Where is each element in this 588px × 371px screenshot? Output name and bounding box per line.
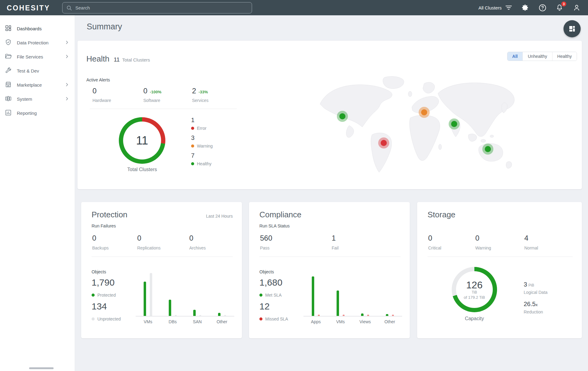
legend-item-warning: 3 Warning (191, 134, 213, 148)
met-sla-bar (337, 290, 339, 316)
x-label-dbs: DBs (163, 319, 183, 324)
alert-value: 2 (192, 87, 196, 95)
protection-card-title: Protection (92, 210, 127, 219)
cluster-selector[interactable]: All Clusters (478, 5, 512, 10)
storefront-icon (5, 81, 12, 89)
x-label-vms: VMs (331, 319, 350, 324)
missed-sla-bar (343, 315, 345, 316)
stat-value: 4 (524, 234, 538, 242)
stat-label: Replications (137, 245, 160, 250)
filter-tab-unhealthy[interactable]: Unhealthy (522, 52, 552, 61)
capacity-donut-caption: Capacity (452, 316, 497, 321)
sidebar-item-label: Dashboards (17, 26, 42, 31)
filter-tab-all[interactable]: All (507, 52, 523, 61)
sidebar-item-label: Data Protection (17, 40, 48, 45)
sidebar-item-reporting[interactable]: Reporting (0, 106, 75, 120)
divider (92, 257, 233, 257)
notification-badge: 3 (561, 2, 566, 6)
run-failures-label: Run Failures (92, 223, 116, 228)
sidebar-item-label: System (17, 96, 32, 102)
chevron-right-icon (65, 82, 69, 88)
alert-stat-hardware: 0 Hardware (92, 87, 138, 103)
notifications-bell-icon[interactable]: 3 (556, 4, 564, 12)
reduction-label: Reduction (524, 309, 543, 314)
protection-objects-chart: VMs DBs SAN Other (136, 273, 234, 324)
stat-label: Archives (189, 245, 206, 250)
legend-label: Warning (197, 144, 213, 148)
cluster-marker-north-america-west[interactable] (337, 111, 348, 122)
met-sla-bar (312, 276, 314, 316)
capacity-used-value: 126 (466, 280, 482, 290)
cohesity-logo: COHESITY (7, 4, 50, 12)
reduction-stat: 26.5x Reduction (524, 301, 543, 314)
x-label-vms: VMs (138, 319, 158, 324)
missed-sla-bar (367, 315, 369, 316)
sidebar-item-system[interactable]: System (0, 92, 75, 106)
settings-gear-icon[interactable] (521, 4, 529, 12)
compliance-objects-chart: Apps VMs Views Other (303, 273, 402, 324)
health-filter-toggle: All Unhealthy Healthy (507, 52, 577, 61)
world-cluster-map (318, 75, 514, 174)
filter-tab-healthy[interactable]: Healthy (552, 52, 577, 61)
alert-label: Services (192, 98, 238, 103)
user-account-icon[interactable] (573, 4, 581, 12)
stat-label: Normal (524, 245, 538, 250)
cluster-marker-europe[interactable] (419, 107, 430, 118)
met-sla-count: 1,680 (259, 277, 282, 288)
help-icon[interactable] (538, 4, 546, 12)
missed-sla-count: 12 (259, 301, 270, 312)
search-icon (66, 5, 72, 11)
shield-check-icon (5, 39, 12, 47)
health-total-count: 11 (114, 56, 120, 63)
stat-critical: 0 Critical (428, 234, 441, 250)
sidebar-item-file-services[interactable]: File Services (0, 50, 75, 64)
search-box[interactable] (62, 2, 252, 13)
stat-value: 0 (92, 234, 109, 242)
healthy-dot-icon (191, 162, 194, 165)
wrench-icon (5, 67, 12, 75)
cluster-marker-core (485, 146, 491, 152)
unprotected-count: 134 (92, 301, 107, 312)
sidebar-item-dashboards[interactable]: Dashboards (0, 21, 75, 36)
met-sla-dot-icon (259, 294, 262, 297)
stat-value: 0 (137, 234, 160, 242)
stat-value: 1 (332, 234, 339, 242)
legend-label: Error (197, 126, 206, 131)
cluster-marker-core (339, 113, 345, 119)
legend-count: 1 (191, 117, 206, 124)
search-input[interactable] (75, 5, 235, 10)
cluster-marker-australia[interactable] (482, 144, 493, 155)
divider (90, 109, 237, 109)
sidebar-item-marketplace[interactable]: Marketplace (0, 78, 75, 92)
bar-group-vms (331, 273, 350, 316)
warning-dot-icon (191, 144, 194, 148)
protected-bar (218, 313, 221, 316)
missed-sla-label: Missed SLA (265, 317, 288, 321)
met-sla-legend: Met SLA (259, 293, 282, 298)
sidebar-item-test-and-dev[interactable]: Test & Dev (0, 64, 75, 78)
dashboard-layout-button[interactable] (564, 20, 581, 37)
horizontal-scrollbar-thumb[interactable] (29, 367, 54, 369)
legend-count: 7 (191, 152, 211, 159)
divider (428, 257, 573, 257)
logical-data-value: 3 (524, 281, 527, 288)
health-total-label: Total Clusters (122, 57, 150, 62)
logical-data-label: Logical Data (524, 290, 548, 295)
stat-value: 0 (475, 234, 491, 242)
capacity-total: of 179.2 TiB (464, 295, 485, 300)
capacity-donut-chart: 126 TiB of 179.2 TiB (452, 267, 497, 312)
protected-count: 1,790 (92, 277, 115, 288)
unprotected-bar (199, 315, 201, 316)
sidebar-item-label: Test & Dev (17, 68, 39, 73)
active-alerts-label: Active Alerts (86, 77, 110, 82)
met-sla-bar (361, 313, 364, 316)
missed-sla-dot-icon (259, 317, 262, 320)
unprotected-legend: Unprotected (92, 317, 121, 321)
cluster-marker-south-america[interactable] (378, 137, 389, 148)
health-card: Health 11 Total Clusters All Unhealthy H… (77, 41, 582, 189)
sidebar-item-data-protection[interactable]: Data Protection (0, 36, 75, 50)
met-sla-bar (386, 314, 388, 316)
bar-group-other (212, 273, 232, 316)
unprotected-bar (175, 315, 177, 316)
cluster-marker-south-asia[interactable] (449, 118, 460, 129)
